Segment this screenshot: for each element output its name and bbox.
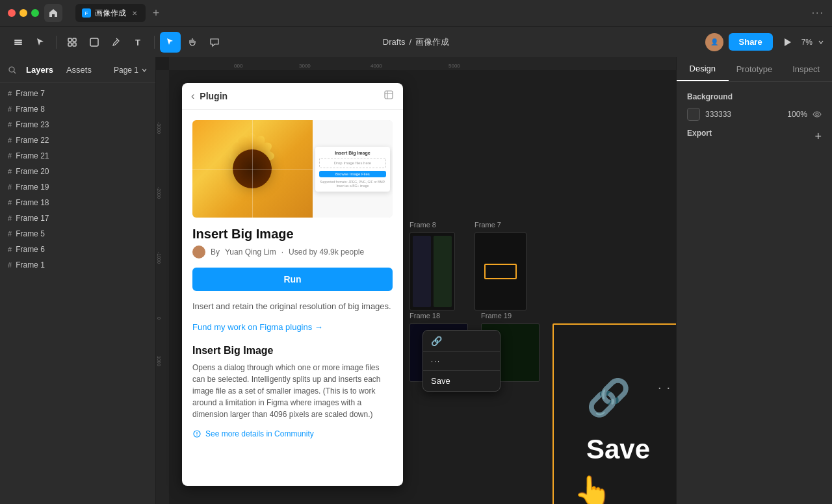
svg-rect-3 bbox=[14, 42, 22, 43]
export-section: Export + bbox=[687, 129, 822, 144]
layers-toggle-button[interactable] bbox=[8, 32, 29, 53]
tab-bar: F 画像作成 ✕ + bbox=[75, 4, 164, 22]
home-button[interactable] bbox=[44, 4, 62, 22]
plugin-community-link[interactable]: See more details in Community bbox=[192, 429, 393, 438]
frame-8-container: Frame 8 bbox=[410, 233, 455, 310]
svg-rect-5 bbox=[68, 38, 72, 42]
layer-label: Frame 6 bbox=[16, 245, 45, 254]
layer-item-frame18[interactable]: # Frame 18 bbox=[0, 195, 155, 210]
plugin-fund-link[interactable]: Fund my work on Figma plugins → bbox=[192, 322, 393, 332]
svg-rect-8 bbox=[73, 43, 76, 46]
zoom-dots-icon: ··· bbox=[658, 380, 676, 395]
visibility-icon[interactable] bbox=[812, 110, 822, 119]
text-tool-button[interactable]: T bbox=[128, 32, 149, 53]
svg-rect-6 bbox=[73, 38, 76, 42]
add-tab-button[interactable]: + bbox=[148, 5, 164, 21]
sidebar-header: Layers Assets Page 1 bbox=[0, 57, 155, 83]
layer-item-frame19[interactable]: # Frame 19 bbox=[0, 179, 155, 195]
page-selector[interactable]: Page 1 bbox=[114, 66, 148, 75]
share-button[interactable]: Share bbox=[729, 33, 773, 51]
search-icon[interactable] bbox=[8, 66, 17, 75]
titlebar-more-button[interactable]: ··· bbox=[812, 7, 824, 19]
layer-item-frame6[interactable]: # Frame 6 bbox=[0, 242, 155, 257]
plugin-back-button[interactable]: ‹ bbox=[191, 90, 194, 102]
layer-item-frame8[interactable]: # Frame 8 bbox=[0, 101, 155, 117]
canvas[interactable]: 000 3000 4000 5000 -3000 -2000 -1000 0 1… bbox=[156, 57, 676, 504]
layer-label: Frame 18 bbox=[16, 198, 49, 207]
mini-dialog-info: Supported formats: JPEG, PNG, GIF or BMP… bbox=[319, 180, 386, 188]
move-tool-button[interactable] bbox=[30, 32, 51, 53]
community-link-text: See more details in Community bbox=[205, 429, 314, 438]
breadcrumb-drafts: Drafts bbox=[383, 37, 406, 47]
layer-item-frame17[interactable]: # Frame 17 bbox=[0, 210, 155, 226]
layer-item-frame23[interactable]: # Frame 23 bbox=[0, 117, 155, 132]
plugin-preview-image: Insert Big Image Drop Image files here B… bbox=[192, 120, 393, 218]
layer-item-frame21[interactable]: # Frame 21 bbox=[0, 148, 155, 164]
mini-dialog-btn: Browse Image Files bbox=[319, 171, 386, 177]
svg-rect-7 bbox=[68, 43, 72, 46]
minimize-button[interactable] bbox=[20, 9, 27, 17]
toolbar: T Drafts / 画像作成 👤 Share 7% bbox=[0, 26, 832, 57]
layer-label: Frame 5 bbox=[16, 229, 45, 238]
select-tools bbox=[160, 32, 225, 53]
canvas-content: ‹ Plugin bbox=[169, 70, 676, 504]
layer-label: Frame 21 bbox=[16, 151, 49, 160]
svg-rect-12 bbox=[385, 91, 393, 99]
layer-label: Frame 7 bbox=[16, 89, 45, 98]
hand-tool-button[interactable] bbox=[182, 32, 203, 53]
active-tab[interactable]: F 画像作成 ✕ bbox=[75, 4, 146, 22]
context-menu-more-option[interactable]: ··· bbox=[423, 352, 500, 371]
link-icon: 🔗 bbox=[431, 336, 442, 346]
frame-20-zoomed[interactable]: 🔗 ··· Save 👆 bbox=[552, 323, 676, 504]
background-color-swatch[interactable] bbox=[687, 108, 700, 121]
frame-tools: T bbox=[62, 32, 149, 53]
shape-tool-button[interactable] bbox=[84, 32, 105, 53]
background-color-row: 333333 100% bbox=[687, 108, 822, 121]
frame-18-label: Frame 18 bbox=[410, 312, 440, 320]
plugin-run-button[interactable]: Run bbox=[192, 268, 393, 291]
layer-item-frame20[interactable]: # Frame 20 bbox=[0, 164, 155, 179]
breadcrumb-file[interactable]: 画像作成 bbox=[415, 36, 449, 48]
plugin-header: ‹ Plugin bbox=[182, 83, 403, 110]
frame-tool-button[interactable] bbox=[62, 32, 83, 53]
sidebar-tab-layers[interactable]: Layers bbox=[22, 62, 57, 77]
layer-label: Frame 22 bbox=[16, 136, 49, 145]
tab-close-button[interactable]: ✕ bbox=[130, 8, 139, 18]
author-avatar bbox=[192, 246, 205, 258]
tab-design[interactable]: Design bbox=[677, 57, 729, 81]
mini-dialog-drop: Drop Image files here bbox=[319, 158, 386, 168]
close-button[interactable] bbox=[8, 9, 16, 17]
tab-prototype[interactable]: Prototype bbox=[729, 58, 781, 81]
frame-8-label: Frame 8 bbox=[410, 221, 436, 229]
layer-item-frame7[interactable]: # Frame 7 bbox=[0, 86, 155, 101]
vertical-ruler: -3000 -2000 -1000 0 1000 bbox=[156, 70, 169, 504]
background-opacity-value[interactable]: 100% bbox=[787, 110, 807, 119]
frame-8-thumb[interactable] bbox=[410, 233, 455, 310]
tab-inspect[interactable]: Inspect bbox=[780, 58, 832, 81]
layer-item-frame22[interactable]: # Frame 22 bbox=[0, 132, 155, 148]
maximize-button[interactable] bbox=[31, 9, 39, 17]
mini-dialog-title: Insert Big Image bbox=[319, 151, 386, 155]
frame-7-thumb[interactable] bbox=[474, 233, 526, 310]
pen-tool-button[interactable] bbox=[106, 32, 127, 53]
plugin-resize-button[interactable] bbox=[384, 90, 394, 103]
toolbar-sep-2 bbox=[154, 36, 155, 49]
sidebar-tab-assets[interactable]: Assets bbox=[62, 62, 96, 77]
export-label: Export bbox=[687, 129, 712, 138]
horizontal-ruler: 000 3000 4000 5000 bbox=[169, 57, 676, 70]
zoom-cursor-icon: 👆 bbox=[573, 474, 612, 504]
export-add-button[interactable]: + bbox=[814, 130, 822, 144]
select-tool-button[interactable] bbox=[160, 32, 181, 53]
layers-sidebar: Layers Assets Page 1 # Frame 7 # Frame 8… bbox=[0, 57, 156, 504]
plugin-mini-dialog: Insert Big Image Drop Image files here B… bbox=[313, 120, 393, 218]
context-menu-save-option[interactable]: Save bbox=[423, 371, 500, 391]
zoom-link-icon: 🔗 bbox=[586, 377, 631, 419]
layer-item-frame1[interactable]: # Frame 1 bbox=[0, 257, 155, 273]
comment-tool-button[interactable] bbox=[204, 32, 225, 53]
svg-rect-4 bbox=[14, 44, 22, 45]
layer-item-frame5[interactable]: # Frame 5 bbox=[0, 226, 155, 242]
context-menu-link-option[interactable]: 🔗 bbox=[423, 331, 500, 352]
play-button[interactable] bbox=[778, 33, 796, 51]
zoom-level[interactable]: 7% bbox=[801, 38, 812, 47]
background-color-value[interactable]: 333333 bbox=[705, 110, 782, 119]
